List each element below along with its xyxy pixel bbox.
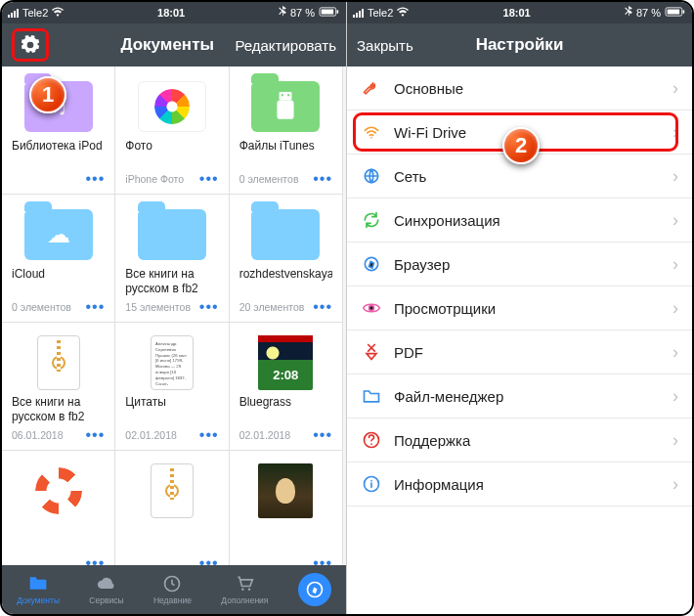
tab-bar: ДокументыСервисыНедавниеДополнения	[2, 565, 346, 614]
document-title: Цитаты	[125, 395, 218, 424]
settings-row-sync[interactable]: Синхронизация›	[347, 198, 692, 242]
document-item[interactable]: Александр Сергеевич Пушкин (26 мая [6 ию…	[115, 323, 229, 451]
globe-icon	[361, 166, 382, 186]
edit-button[interactable]: Редактировать	[235, 37, 336, 54]
document-meta: 06.01.2018	[12, 429, 64, 441]
chevron-right-icon: ›	[672, 166, 678, 187]
signal-icon	[8, 9, 19, 18]
cart-icon	[235, 574, 254, 594]
settings-button[interactable]	[12, 28, 49, 62]
document-item[interactable]: ФотоiPhone Фото•••	[115, 66, 229, 195]
settings-row-compass[interactable]: Браузер›	[347, 242, 692, 286]
svg-point-16	[369, 306, 374, 311]
document-item[interactable]: •••	[230, 451, 343, 565]
svg-rect-6	[278, 101, 294, 119]
settings-row-folderline[interactable]: Файл-менеджер›	[347, 374, 692, 418]
compass-icon	[305, 580, 325, 599]
document-title	[239, 523, 332, 552]
more-button[interactable]: •••	[313, 170, 332, 188]
document-item[interactable]: rozhdestvenskaya_m...ev.net)20 элементов…	[230, 195, 343, 323]
settings-row-pdf[interactable]: PDF›	[347, 330, 692, 374]
cloud-icon	[97, 574, 116, 594]
document-item[interactable]: Все книги на русском в fb206.01.2018•••	[2, 323, 115, 451]
folder-icon	[28, 574, 48, 594]
navbar: Закрыть Настройки	[347, 23, 692, 66]
document-meta: iPhone Фото	[125, 173, 184, 185]
more-button[interactable]: •••	[86, 298, 106, 316]
document-title: Фото	[125, 139, 218, 168]
more-button[interactable]: •••	[86, 170, 106, 188]
document-item[interactable]: 2:08Bluegrass02.01.2018•••	[230, 323, 343, 451]
more-button[interactable]: •••	[199, 554, 219, 565]
tab-cart[interactable]: Дополнения	[221, 574, 268, 605]
help-icon	[361, 430, 382, 450]
signal-icon	[353, 9, 364, 18]
settings-row-help[interactable]: Поддержка›	[347, 418, 692, 462]
status-time: 18:01	[157, 7, 185, 19]
settings-label: Основные	[394, 80, 463, 97]
callout-badge-2: 2	[502, 127, 540, 164]
settings-row-info[interactable]: Информация›	[347, 462, 692, 506]
document-title: Bluegrass	[239, 395, 332, 424]
navbar: Документы Редактировать	[2, 23, 346, 66]
more-button[interactable]: •••	[199, 298, 219, 316]
battery-icon	[665, 7, 686, 19]
wifi-icon	[361, 122, 382, 142]
more-button[interactable]: •••	[313, 426, 332, 444]
more-button[interactable]: •••	[199, 426, 219, 444]
carrier-label: Tele2	[368, 7, 393, 19]
settings-label: PDF	[394, 344, 423, 361]
settings-label: Синхронизация	[394, 212, 500, 229]
document-item[interactable]: Файлы iTunes0 элементов•••	[230, 66, 343, 195]
settings-label: Сеть	[394, 168, 426, 185]
bluetooth-icon	[279, 6, 286, 20]
document-item[interactable]: Все книги на русском в fb215 элементов••…	[115, 195, 229, 323]
more-button[interactable]: •••	[86, 554, 106, 565]
carrier-label: Tele2	[22, 7, 48, 19]
document-title: Файлы iTunes	[239, 139, 332, 168]
document-title	[12, 523, 105, 552]
document-meta: 20 элементов	[239, 301, 305, 313]
status-bar: Tele2 18:01 87 %	[347, 2, 692, 23]
tab-cloud[interactable]: Сервисы	[89, 574, 123, 605]
status-bar: Tele2 18:01 87 %	[2, 2, 346, 23]
close-button[interactable]: Закрыть	[357, 37, 413, 54]
more-button[interactable]: •••	[199, 170, 219, 188]
status-time: 18:01	[503, 7, 531, 19]
settings-label: Браузер	[394, 256, 450, 273]
document-meta: 02.01.2018	[125, 429, 177, 441]
settings-label: Wi-Fi Drive	[394, 124, 466, 141]
page-title: Настройки	[445, 35, 594, 55]
settings-label: Файл-менеджер	[394, 388, 503, 405]
more-button[interactable]: •••	[313, 298, 332, 316]
tab-clock[interactable]: Недавние	[153, 574, 192, 605]
document-title	[125, 523, 218, 552]
chevron-right-icon: ›	[672, 298, 678, 319]
svg-rect-4	[282, 94, 283, 96]
svg-rect-1	[322, 10, 334, 15]
chevron-right-icon: ›	[672, 430, 678, 451]
tab-label: Недавние	[153, 595, 192, 605]
document-item[interactable]: ☁iCloud0 элементов•••	[2, 195, 115, 323]
svg-rect-12	[668, 10, 680, 15]
svg-point-8	[241, 589, 244, 592]
more-button[interactable]: •••	[313, 554, 332, 565]
document-item[interactable]: •••	[2, 451, 115, 565]
document-title: Библиотека iPod	[12, 139, 105, 168]
document-meta: 0 элементов	[12, 301, 71, 313]
folderline-icon	[361, 386, 382, 406]
settings-row-eye[interactable]: Просмотрщики›	[347, 286, 692, 330]
tab-label: Документы	[17, 595, 60, 605]
pdf-icon	[361, 342, 382, 362]
document-item[interactable]: •••	[115, 451, 229, 565]
battery-pct: 87 %	[290, 7, 315, 19]
tab-label: Дополнения	[221, 595, 268, 605]
documents-grid[interactable]: ♫Библиотека iPod•••ФотоiPhone Фото•••Фай…	[2, 66, 346, 565]
tab-compass[interactable]	[298, 573, 331, 606]
more-button[interactable]: •••	[86, 426, 106, 444]
settings-row-wrench[interactable]: Основные›	[347, 66, 692, 110]
chevron-right-icon: ›	[672, 122, 678, 143]
compass-icon	[361, 254, 382, 274]
wifi-icon	[52, 7, 64, 19]
tab-folder[interactable]: Документы	[17, 574, 60, 605]
